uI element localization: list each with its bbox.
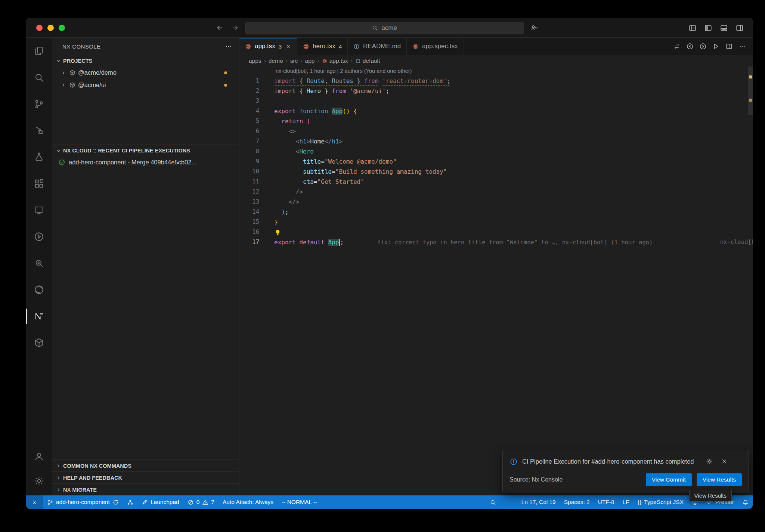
code-line-9[interactable]: 9 title="Welcome @acme/demo" bbox=[239, 157, 753, 167]
code-line-10[interactable]: 10 subtitle="Build something amazing tod… bbox=[239, 167, 753, 177]
lightbulb-icon[interactable] bbox=[274, 229, 281, 236]
activity-code-search[interactable] bbox=[26, 250, 52, 276]
eol[interactable]: LF bbox=[619, 495, 634, 509]
nx-migrate-section-header[interactable]: NX MIGRATE bbox=[52, 483, 239, 495]
code-line-16[interactable]: 16 bbox=[239, 227, 753, 237]
toggle-secondary-sidebar-button[interactable] bbox=[735, 24, 744, 32]
activity-search[interactable] bbox=[26, 64, 52, 91]
history-forward-button[interactable] bbox=[231, 24, 239, 32]
minimize-window-button[interactable] bbox=[47, 25, 54, 31]
help-and-feedback-section-header[interactable]: HELP AND FEEDBACK bbox=[52, 471, 239, 483]
breadcrumb-item-default[interactable]: default bbox=[355, 58, 380, 64]
scrollbar-slider[interactable] bbox=[748, 66, 753, 115]
activity-testing[interactable] bbox=[26, 144, 52, 170]
token bbox=[274, 148, 296, 155]
remote-indicator[interactable] bbox=[26, 495, 43, 509]
code-line-2[interactable]: 2import { Hero } from '@acme/ui'; bbox=[239, 86, 753, 96]
code-line-13[interactable]: 13 </> bbox=[239, 197, 753, 207]
activity-settings[interactable] bbox=[26, 468, 52, 493]
activity-run-circle[interactable] bbox=[26, 223, 52, 250]
code-line-6[interactable]: 6 <> bbox=[239, 126, 753, 136]
code-line-5[interactable]: 5 return ( bbox=[239, 116, 753, 126]
activity-nx-console[interactable] bbox=[26, 303, 52, 330]
projects-section-header[interactable]: PROJECTS bbox=[52, 55, 239, 66]
launchpad[interactable]: Launchpad bbox=[137, 495, 183, 509]
notification-settings-icon[interactable] bbox=[706, 458, 713, 465]
customize-layout-button[interactable] bbox=[688, 24, 697, 32]
language-mode[interactable]: {}TypeScript JSX bbox=[634, 495, 688, 509]
activity-extensions[interactable] bbox=[26, 170, 52, 197]
breadcrumb-item-apps[interactable]: apps bbox=[249, 58, 261, 64]
problems[interactable]: 07 bbox=[183, 495, 219, 509]
tab-hero-tsx[interactable]: hero.tsx4 bbox=[297, 38, 348, 55]
warning-icon bbox=[202, 499, 208, 505]
code-line-17[interactable]: nx-cloud[b17export default App;fix: corr… bbox=[239, 237, 753, 247]
view-actions-button[interactable] bbox=[225, 43, 232, 50]
toggle-panel-button[interactable] bbox=[720, 24, 728, 32]
code-editor[interactable]: nx-cloud[bot], 1 hour ago | 2 authors (Y… bbox=[239, 66, 753, 495]
pipeline-execution-item[interactable]: add-hero-component - Merge 409b44e5cb02.… bbox=[52, 156, 239, 168]
close-window-button[interactable] bbox=[36, 25, 43, 31]
run-file-button[interactable] bbox=[712, 43, 720, 50]
overview-ruler[interactable] bbox=[748, 66, 753, 495]
navigate-back-button[interactable] bbox=[686, 43, 694, 50]
split-editor-button[interactable] bbox=[725, 43, 733, 50]
code-line-11[interactable]: 11 cta="Get Started" bbox=[239, 177, 753, 187]
command-center-search[interactable]: acme bbox=[245, 22, 524, 34]
breadcrumb-item-demo[interactable]: demo bbox=[269, 58, 283, 64]
commit-graph[interactable] bbox=[123, 495, 137, 509]
notification-close-icon[interactable] bbox=[721, 458, 728, 465]
tab-app-tsx[interactable]: app.tsx3 bbox=[239, 38, 297, 55]
activity-run-debug[interactable] bbox=[26, 117, 52, 144]
code-line-4[interactable]: 4export function App() { bbox=[239, 106, 753, 116]
code-line-3[interactable]: 3 bbox=[239, 96, 753, 106]
view-results-button[interactable]: View Results bbox=[697, 473, 742, 486]
zoom-indicator[interactable] bbox=[486, 495, 500, 509]
code-line-14[interactable]: 14 ); bbox=[239, 207, 753, 217]
project-item-acme-demo[interactable]: @acme/demo bbox=[52, 66, 239, 79]
navigate-forward-button[interactable] bbox=[699, 43, 707, 50]
notifications-bell[interactable] bbox=[738, 495, 753, 509]
activity-remote-explorer[interactable] bbox=[26, 197, 52, 223]
activity-account[interactable] bbox=[26, 444, 52, 468]
code-line-8[interactable]: 8 <Hero bbox=[239, 146, 753, 157]
activity-explorer[interactable] bbox=[26, 38, 52, 64]
editor-group: app.tsx3hero.tsx4README.mdapp.spec.tsx a… bbox=[239, 38, 753, 495]
project-item-acme-ui[interactable]: @acme/ui bbox=[52, 79, 239, 91]
tab-app-spec-tsx[interactable]: app.spec.tsx bbox=[407, 38, 464, 55]
git-branch[interactable]: add-hero-component bbox=[43, 495, 123, 509]
token: ( bbox=[307, 118, 310, 125]
token: cta bbox=[303, 178, 314, 185]
breadcrumb-item-app-tsx[interactable]: app.tsx bbox=[322, 58, 348, 64]
close-tab-icon[interactable] bbox=[286, 44, 291, 49]
common-nx-commands-section-header[interactable]: COMMON NX COMMANDS bbox=[52, 460, 239, 471]
indentation[interactable]: Spaces: 2 bbox=[560, 495, 594, 509]
open-changes-button[interactable] bbox=[673, 43, 681, 50]
codelens-blame[interactable]: nx-cloud[bot], 1 hour ago | 2 authors (Y… bbox=[239, 66, 753, 76]
breadcrumb-item-src[interactable]: src bbox=[290, 58, 298, 64]
code-line-7[interactable]: 7 <h1>Home</h1> bbox=[239, 136, 753, 146]
zoom-window-button[interactable] bbox=[59, 25, 65, 31]
code-line-12[interactable]: 12 /> bbox=[239, 187, 753, 197]
toggle-primary-sidebar-button[interactable] bbox=[704, 24, 712, 32]
activity-edge-devtools[interactable] bbox=[26, 276, 52, 303]
breadcrumb-separator: › bbox=[351, 58, 353, 64]
cursor-position[interactable]: Ln 17, Col 19 bbox=[517, 495, 560, 509]
code-line-15[interactable]: 15} bbox=[239, 217, 753, 227]
tab-readme-md[interactable]: README.md bbox=[348, 38, 407, 55]
activity-source-control[interactable] bbox=[26, 91, 52, 117]
account-icon bbox=[34, 451, 44, 462]
view-commit-button[interactable]: View Commit bbox=[646, 473, 692, 486]
testing-icon bbox=[34, 152, 44, 163]
breadcrumb-item-app[interactable]: app bbox=[305, 58, 315, 64]
nx-cloud-section-header[interactable]: NX CLOUD :: RECENT CI PIPELINE EXECUTION… bbox=[52, 145, 239, 156]
encoding[interactable]: UTF-8 bbox=[594, 495, 619, 509]
activity-package[interactable] bbox=[26, 330, 52, 356]
auto-attach[interactable]: Auto Attach: Always bbox=[219, 495, 278, 509]
code-line-1[interactable]: 1import { Route, Routes } from 'react-ro… bbox=[239, 76, 753, 86]
more-actions-button[interactable] bbox=[738, 43, 746, 50]
vim-mode[interactable]: -- NORMAL -- bbox=[278, 495, 321, 509]
profile-menu-button[interactable] bbox=[530, 24, 538, 32]
history-back-button[interactable] bbox=[216, 24, 224, 32]
token: } bbox=[353, 77, 364, 84]
